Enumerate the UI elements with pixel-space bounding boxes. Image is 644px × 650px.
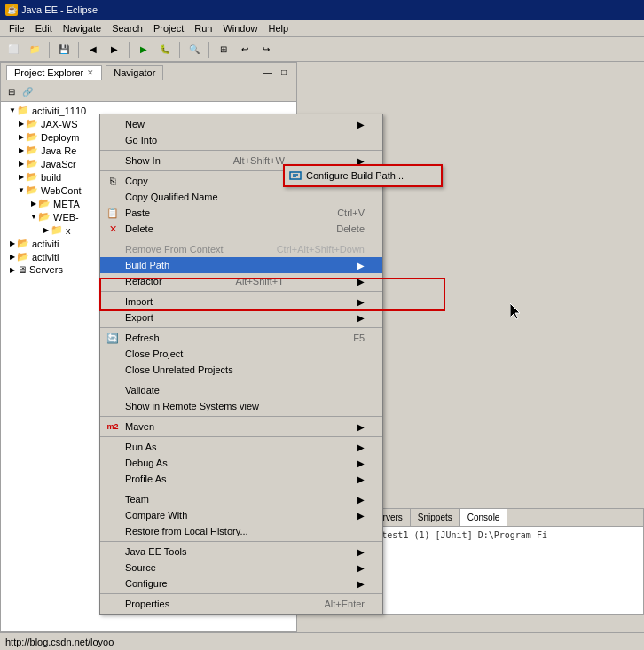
ctx-export[interactable]: Export ▶: [100, 309, 382, 325]
menu-search[interactable]: Search: [106, 21, 148, 35]
ctx-sep7: [100, 416, 382, 417]
status-bar: http://blog.csdn.net/loyoo: [0, 632, 644, 650]
ctx-new[interactable]: New ▶: [100, 116, 382, 132]
tab-project-explorer[interactable]: Project Explorer ✕: [6, 65, 102, 80]
tab-console[interactable]: Console: [460, 509, 508, 526]
ctx-comparewith[interactable]: Compare With ▶: [100, 507, 382, 523]
ctx-team[interactable]: Team ▶: [100, 491, 382, 507]
ctx-closeunrelated-label: Close Unrelated Projects: [125, 364, 233, 375]
ctx-maven-arrow: ▶: [357, 422, 365, 432]
ctx-restorefromlocal[interactable]: Restore from Local History...: [100, 523, 382, 539]
ctx-profileas[interactable]: Profile As ▶: [100, 471, 382, 487]
tree-arrow: ▶: [8, 264, 17, 275]
panel-max-btn[interactable]: □: [277, 66, 291, 80]
tree-root-label: activiti_1110: [32, 106, 86, 116]
toolbar-search[interactable]: 🔍: [185, 40, 204, 59]
app-icon: ☕: [5, 4, 18, 16]
tab-navigator[interactable]: Navigator: [106, 65, 163, 80]
ctx-refresh-shortcut: F5: [353, 333, 365, 343]
tree-item-label: activiti: [32, 239, 59, 249]
title-text: Java EE - Eclipse: [21, 4, 98, 15]
ctx-copyqualname[interactable]: Copy Qualified Name: [100, 189, 382, 205]
ctx-delete[interactable]: ✕ Delete Delete: [100, 221, 382, 237]
ctx-removefromcontext[interactable]: Remove From Context Ctrl+Alt+Shift+Down: [100, 241, 382, 257]
menu-help[interactable]: Help: [263, 21, 295, 35]
ctx-gointo[interactable]: Go Into: [100, 132, 382, 148]
menu-project[interactable]: Project: [148, 21, 189, 35]
toolbar-new[interactable]: ⬜: [4, 40, 23, 59]
menu-run[interactable]: Run: [189, 21, 217, 35]
ctx-sep3: [100, 239, 382, 239]
copy-icon: ⎘: [106, 174, 120, 188]
ctx-sep1: [100, 150, 382, 151]
ctx-maven-label: Maven: [125, 421, 154, 432]
ctx-sep4: [100, 291, 382, 292]
ctx-profileas-label: Profile As: [125, 474, 166, 484]
ctx-closeunrelated[interactable]: Close Unrelated Projects: [100, 362, 382, 378]
menu-file[interactable]: File: [4, 21, 30, 35]
ctx-removefromcontext-shortcut: Ctrl+Alt+Shift+Down: [277, 244, 365, 255]
tab-snippets[interactable]: Snippets: [411, 509, 460, 526]
ctx-refactor[interactable]: Refactor Alt+Shift+T ▶: [100, 273, 382, 289]
toolbar-debug[interactable]: 🐛: [155, 40, 175, 59]
tree-item-label: WEB-: [53, 212, 79, 223]
ctx-closeproject[interactable]: Close Project: [100, 346, 382, 362]
ctx-debugas[interactable]: Debug As ▶: [100, 455, 382, 471]
tree-item-label: build: [41, 172, 61, 183]
ctx-configure[interactable]: Configure ▶: [100, 576, 382, 591]
toolbar-save[interactable]: 💾: [54, 40, 74, 59]
ctx-refresh-label: Refresh: [125, 333, 160, 343]
ctx-buildpath-arrow: ▶: [357, 261, 365, 270]
ctx-validate[interactable]: Validate: [100, 382, 382, 398]
toolbar-forward[interactable]: ▶: [105, 40, 124, 59]
menu-edit[interactable]: Edit: [30, 21, 58, 35]
submenu-item-label: Configure Build Path...: [306, 170, 404, 181]
ctx-buildpath[interactable]: Build Path ▶: [100, 257, 382, 273]
ctx-import[interactable]: Import ▶: [100, 294, 382, 309]
tree-arrow: ▶: [17, 119, 26, 129]
ctx-refresh[interactable]: 🔄 Refresh F5: [100, 330, 382, 346]
menu-navigate[interactable]: Navigate: [58, 21, 106, 35]
ctx-paste[interactable]: 📋 Paste Ctrl+V: [100, 205, 382, 221]
toolbar-run[interactable]: ▶: [134, 40, 153, 59]
menu-window[interactable]: Window: [217, 21, 263, 35]
tree-item-label: JAX-WS: [41, 119, 78, 129]
ctx-properties-label: Properties: [125, 599, 169, 609]
folder-icon: 📂: [38, 198, 51, 209]
ctx-runas[interactable]: Run As ▶: [100, 439, 382, 455]
ctx-debugas-arrow: ▶: [357, 458, 365, 468]
toolbar-open[interactable]: 📁: [25, 40, 44, 59]
toolbar-perspective[interactable]: ⊞: [214, 40, 233, 59]
tree-arrow: ▶: [8, 252, 17, 262]
tree-link-editor[interactable]: 🔗: [20, 85, 35, 99]
ctx-showin-label: Show In: [125, 155, 161, 166]
tab-close-icon[interactable]: ✕: [87, 68, 94, 77]
ctx-refactor-arrow: ▶: [357, 277, 365, 286]
toolbar-btn2[interactable]: ↪: [256, 40, 276, 59]
ctx-comparewith-arrow: ▶: [357, 511, 365, 521]
ctx-refactor-shortcut: Alt+Shift+T: [236, 276, 284, 286]
toolbar-btn1[interactable]: ↩: [235, 40, 255, 59]
refresh-icon: 🔄: [106, 331, 120, 345]
ctx-maven[interactable]: m2 Maven ▶: [100, 419, 382, 435]
ctx-showremote[interactable]: Show in Remote Systems view: [100, 398, 382, 414]
ctx-javaeetools[interactable]: Java EE Tools ▶: [100, 544, 382, 560]
submenu-configure-build-path[interactable]: Configure Build Path...: [285, 168, 441, 184]
folder-icon: 📂: [17, 251, 29, 262]
panel-header: Project Explorer ✕ Navigator — □: [1, 63, 296, 82]
title-bar: ☕ Java EE - Eclipse: [0, 0, 644, 20]
ctx-source[interactable]: Source ▶: [100, 560, 382, 576]
tree-item-label: META: [53, 199, 80, 209]
toolbar: ⬜ 📁 💾 ◀ ▶ ▶ 🐛 🔍 ⊞ ↩ ↪: [0, 37, 644, 62]
ctx-profileas-arrow: ▶: [357, 474, 365, 484]
ctx-delete-label: Delete: [125, 223, 153, 234]
ctx-javaeetools-arrow: ▶: [357, 547, 365, 557]
ctx-buildpath-label: Build Path: [125, 260, 169, 270]
toolbar-sep4: [179, 42, 180, 58]
toolbar-back[interactable]: ◀: [83, 40, 103, 59]
tree-item-label: Servers: [29, 264, 63, 275]
ctx-showin-shortcut: Alt+Shift+W: [233, 155, 285, 166]
tree-collapse-all[interactable]: ⊟: [4, 85, 19, 99]
ctx-properties[interactable]: Properties Alt+Enter: [100, 596, 382, 612]
panel-min-btn[interactable]: —: [261, 66, 275, 80]
